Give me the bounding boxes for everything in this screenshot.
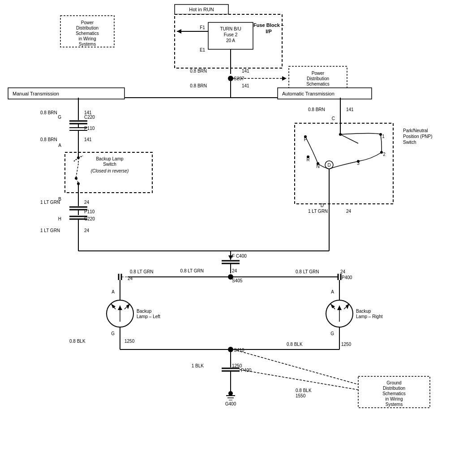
wire-ltgrn-24-left1: 1 LT GRN [40,200,60,205]
a-terminal-right: A [331,289,334,294]
backup-lamp-switch-label2: Switch [103,162,116,167]
pos-2: 2 [383,152,386,157]
f1-label: F1 [200,25,205,30]
p110-bot-label: P110 [84,209,95,214]
wire-brn-141-left1: 0.8 BRN [40,110,57,115]
power-dist-right-label: Power [312,71,325,76]
g400-ground [228,391,233,396]
s405-label: S405 [232,278,243,283]
p400-top-label: P400 [342,275,352,280]
ground-dist-label2: Distribution [383,386,405,391]
p400-bot-label: P400 [241,368,252,373]
closed-in-reverse-label: (Closed in reverse) [91,168,129,173]
f-c400-label: F C400 [232,254,247,259]
g-label-top: G [58,115,61,120]
wire-24-right-s405: 24 [340,269,346,274]
backup-lamp-left-label2: Lamp – Left [137,314,160,319]
power-dist-left-label: Power [81,20,94,25]
wire-141-right: 141 [346,107,354,112]
diagram-container: Hot in RUN Fuse Block – I/P F1 E1 TURN B… [0,0,476,470]
e1-label: E1 [200,47,206,52]
wire-brn-141-top: 0.8 BRN [190,69,207,73]
wire-blk-1550: 0.8 BLK [296,388,312,393]
c220-bot-label: C220 [84,216,95,221]
power-dist-right-label3: Schematics [306,82,330,86]
backup-lamp-right-label2: Lamp – Right [356,314,383,319]
power-dist-left-label4: in Wiring [79,36,96,41]
s207-splice [228,76,233,81]
wire-1blk-1250: 1 BLK [192,363,204,368]
d-terminal-label: D [321,203,324,208]
backup-lamp-switch-label: Backup Lamp [96,156,124,161]
wire-1550: 1550 [296,393,306,398]
svg-point-52 [307,155,309,158]
g-terminal-right: G [330,331,334,336]
ground-dist-label4: in Wiring [386,397,403,401]
g400-label: G400 [225,401,236,406]
wire-brn-141-right: 0.8 BRN [308,107,325,112]
g-terminal-left: G [111,331,115,336]
c220-top-label: C220 [84,115,95,120]
s410-splice [228,347,233,352]
svg-marker-8 [282,76,287,81]
svg-rect-47 [295,123,393,204]
a-terminal-label: A [58,143,61,148]
ground-dist-label3: Schematics [382,391,406,396]
wire-24-left1: 24 [84,200,90,205]
backup-lamp-left-label: Backup [137,309,152,314]
wire-1250-right: 1250 [341,342,352,347]
wire-brn-141-bot: 0.8 BRN [190,83,207,88]
backup-lamp-right-label: Backup [356,309,371,314]
pnp-label3: Switch [403,140,416,145]
d-position: D [327,163,330,168]
a-terminal-left: A [111,289,115,294]
wire-141-top: 141 [242,69,249,73]
ground-dist-label1: Ground [386,380,401,385]
power-dist-left-label3: Schematics [76,31,99,36]
wire-blk-1250-right: 0.8 BLK [287,342,303,347]
fuse-20a-label: 20 A [226,38,235,43]
wire-ltgrn-24-left2: 1 LT GRN [40,228,60,233]
wire-24-right: 24 [346,209,352,214]
svg-line-107 [233,349,358,384]
wire-ltgrn-24-main: 0.8 LT GRN [180,268,204,273]
pnp-label2: Position (PNP) [403,134,433,139]
turn-bu-label: TURN B/U [220,26,241,31]
hot-in-run-label: Hot in RUN [189,7,214,12]
power-dist-left-label5: Systems [79,42,96,47]
wire-141-left2: 141 [84,137,92,142]
ground-dist-label5: Systems [386,402,403,407]
power-dist-right-label2: Distribution [307,76,329,81]
fuse-block-label2: I/P [266,29,271,34]
manual-transmission-label: Manual Transmission [13,91,59,96]
wire-ltgrn-24-right: 1 LT GRN [308,209,328,214]
fuse-block-label: Fuse Block – [253,22,284,28]
wire-brn-141-left2: 0.8 BRN [40,137,57,142]
power-dist-left-label2: Distribution [76,26,99,30]
wire-24-left2: 24 [84,228,90,233]
pnp-label1: Park/Neutral [403,128,428,133]
fuse2-label: Fuse 2 [224,32,238,37]
automatic-transmission-label: Automatic Transmission [282,91,334,96]
wire-1250-left: 1250 [124,339,135,344]
c-terminal-label: C [332,116,335,121]
wire-141-bot: 141 [242,83,249,88]
h-label: H [58,216,61,221]
wire-blk-1250-left: 0.8 BLK [69,339,86,344]
pos-1: 1 [382,134,385,139]
wire-24-main: 24 [232,268,237,273]
wire-ltgrn-24-right-s405: 0.8 LT GRN [296,269,319,274]
wire-ltgrn-24-left-s405: 0.8 LT GRN [130,269,153,274]
